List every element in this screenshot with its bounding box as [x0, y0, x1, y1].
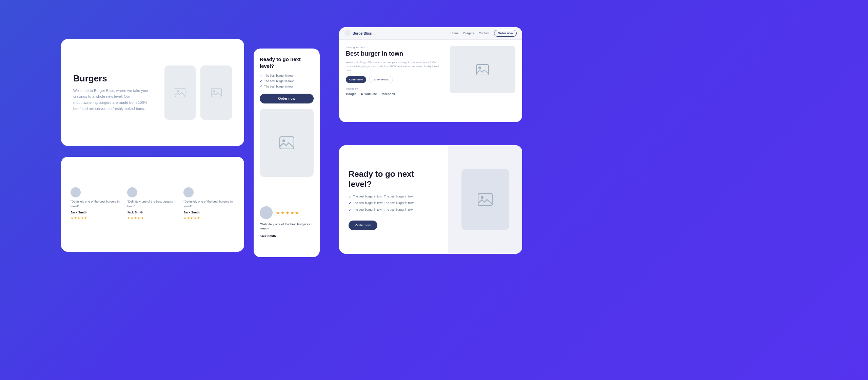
browser-hero-image — [450, 46, 515, 93]
review-quote: "Definitely one of the best burgers in t… — [260, 222, 314, 232]
author-3: Jack Smith — [183, 211, 200, 214]
card-burgers-hero: Burgers Welcome to Burger Bliss, where w… — [61, 39, 244, 146]
brand-name: BurgerBliss — [353, 32, 372, 35]
svg-point-1 — [177, 90, 179, 92]
card6-check-1: The best burger in town The best burger … — [349, 195, 439, 199]
content-primary-btn[interactable]: Order now — [346, 76, 366, 83]
card1-description: Welcome to Burger Bliss, where we take y… — [73, 88, 154, 112]
card3-cta-button[interactable]: Order now — [260, 94, 314, 103]
stars-2: ★★★★★ — [127, 216, 144, 220]
brand-google: Google — [346, 92, 356, 96]
card6-checklist: The best burger in town The best burger … — [349, 195, 439, 215]
card3-checklist: The best burger in town The best burger … — [260, 74, 314, 88]
card1-title: Burgers — [73, 73, 154, 84]
card6-title: Ready to go next level? — [349, 169, 439, 189]
card-desktop-cta: Ready to go next level? The best burger … — [339, 145, 522, 254]
content-label: Label goes here — [346, 46, 444, 49]
review-header: ★★★★★ — [260, 206, 314, 219]
content-secondary-btn[interactable]: Do something — [369, 76, 393, 83]
author-1: Jack Smith — [71, 211, 87, 214]
check-item-2: The best burger in town — [260, 79, 314, 83]
svg-rect-2 — [211, 88, 221, 97]
avatar-2 — [127, 187, 137, 197]
stars-1: ★★★★★ — [71, 216, 87, 220]
svg-rect-8 — [478, 193, 492, 206]
card-desktop-browser: BurgerBliss Home Burgers Contact Order n… — [339, 27, 522, 122]
review-stars: ★★★★★ — [276, 210, 300, 215]
review-stars-rating: ★★★★★ — [276, 210, 300, 215]
card6-check-2: The best burger in town The best burger … — [349, 201, 439, 206]
card3-title: Ready to go next level? — [260, 56, 314, 69]
svg-point-9 — [481, 196, 484, 199]
brand-youtube: ▶ YouTube — [361, 92, 377, 96]
browser-content-left: Label goes here Best burger in town Welc… — [346, 46, 444, 96]
card1-image2 — [200, 65, 232, 120]
avatar-3 — [183, 187, 194, 197]
card-testimonials: "Definitely one of the best burgers in t… — [61, 157, 244, 252]
svg-point-7 — [478, 66, 481, 69]
check-item-1: The best burger in town — [260, 74, 314, 77]
svg-rect-0 — [175, 88, 185, 97]
nav-links: Home Burgers Contact Order now — [450, 30, 517, 37]
browser-content: Label goes here Best burger in town Welc… — [339, 40, 522, 102]
logo-icon — [344, 30, 351, 36]
brand-logo: BurgerBliss — [344, 30, 372, 36]
card6-cta-button[interactable]: Order now — [349, 221, 377, 230]
card6-image — [461, 169, 509, 230]
nav-home[interactable]: Home — [450, 32, 458, 35]
card3-image — [260, 109, 314, 177]
content-description: Welcome to Burger Bliss, where we take y… — [346, 60, 444, 73]
card6-left: Ready to go next level? The best burger … — [339, 145, 448, 254]
reviewer-avatar — [260, 206, 273, 219]
content-btn-row: Order now Do something — [346, 76, 444, 83]
quote-1: "Definitely one of the best burgers in t… — [71, 200, 122, 209]
svg-point-3 — [213, 90, 215, 92]
svg-point-5 — [282, 139, 285, 142]
card-review-mobile: ★★★★★ "Definitely one of the best burger… — [254, 200, 320, 257]
avatar-1 — [71, 187, 81, 197]
brand-facebook: facebook — [382, 92, 395, 96]
browser-navbar: BurgerBliss Home Burgers Contact Order n… — [339, 27, 522, 40]
testimonials-list: "Definitely one of the best burgers in t… — [71, 187, 235, 220]
nav-contact[interactable]: Contact — [479, 32, 489, 35]
testimonial-3: "Definitely one of the best burgers in t… — [183, 187, 235, 220]
testimonial-2: "Definitely one of the best burgers in t… — [127, 187, 178, 220]
nav-burgers[interactable]: Burgers — [463, 32, 474, 35]
trusted-label: Trusted by: — [346, 87, 444, 90]
content-title: Best burger in town — [346, 50, 444, 58]
card1-text: Burgers Welcome to Burger Bliss, where w… — [73, 73, 154, 112]
card6-right — [448, 145, 522, 254]
svg-rect-4 — [280, 137, 294, 149]
browser-content-right — [450, 46, 515, 96]
quote-2: "Definitely one of the best burgers in t… — [127, 200, 178, 209]
quote-3: "Definitely one of the best burgers in t… — [183, 200, 235, 209]
svg-rect-6 — [476, 64, 489, 75]
brand-logos: Google ▶ YouTube facebook — [346, 92, 444, 96]
author-2: Jack Smith — [127, 211, 143, 214]
nav-order-button[interactable]: Order now — [494, 30, 517, 37]
review-author: Jack Smith — [260, 234, 314, 238]
card1-images — [164, 65, 232, 120]
card6-check-3: The best burger in town The best burger … — [349, 208, 439, 212]
stars-3: ★★★★★ — [183, 216, 200, 220]
check-item-3: The best burger in town — [260, 85, 314, 88]
testimonial-1: "Definitely one of the best burgers in t… — [71, 187, 122, 220]
card1-image1 — [164, 65, 196, 120]
